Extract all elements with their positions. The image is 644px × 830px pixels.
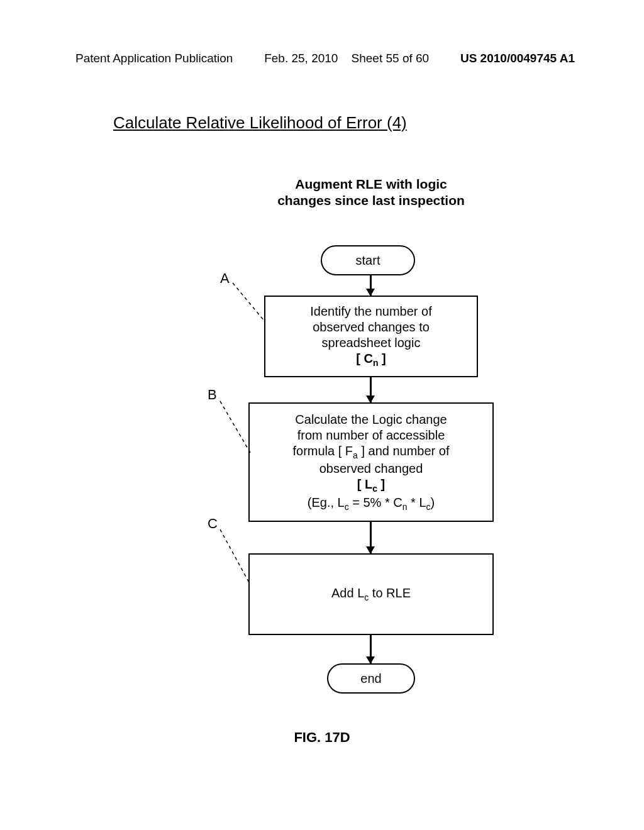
step-b-line1: Calculate the Logic change [295, 412, 447, 428]
svg-line-0 [233, 283, 264, 321]
step-b-line4: observed changed [319, 461, 423, 477]
flowchart: start Identify the number of observed ch… [0, 0, 644, 830]
step-b-example: (Eg., Lc = 5% * Cn * Lc) [308, 495, 435, 513]
terminator-start: start [321, 245, 415, 275]
arrow-b-to-c [370, 522, 372, 553]
terminator-end-label: end [360, 672, 381, 686]
step-a-box: Identify the number of observed changes … [264, 296, 478, 377]
pointer-label-a: A [220, 270, 230, 287]
terminator-start-label: start [356, 253, 380, 268]
arrow-a-to-b [370, 377, 372, 402]
step-c-box: Add Lc to RLE [248, 553, 494, 635]
pointer-label-b: B [208, 387, 217, 403]
page: Patent Application Publication Feb. 25, … [0, 0, 644, 830]
svg-line-1 [220, 401, 250, 453]
terminator-end: end [327, 663, 415, 694]
step-a-line1: Identify the number of [310, 304, 431, 319]
step-b-line3: formula [ Fa ] and number of [292, 443, 449, 462]
svg-line-2 [220, 529, 250, 585]
pointer-label-c: C [208, 516, 218, 532]
step-a-line3: spreadsheet logic [322, 335, 421, 351]
step-b-box: Calculate the Logic change from number o… [248, 402, 494, 522]
step-c-text: Add Lc to RLE [331, 585, 411, 604]
figure-label: FIG. 17D [0, 729, 644, 746]
arrow-c-to-end [370, 635, 372, 663]
step-b-symbol: [ Lc ] [357, 477, 385, 495]
step-b-line2: from number of accessible [297, 428, 445, 443]
step-a-symbol: [ Cn ] [356, 351, 386, 369]
arrow-start-to-a [370, 275, 372, 296]
step-a-line2: observed changes to [313, 319, 430, 335]
